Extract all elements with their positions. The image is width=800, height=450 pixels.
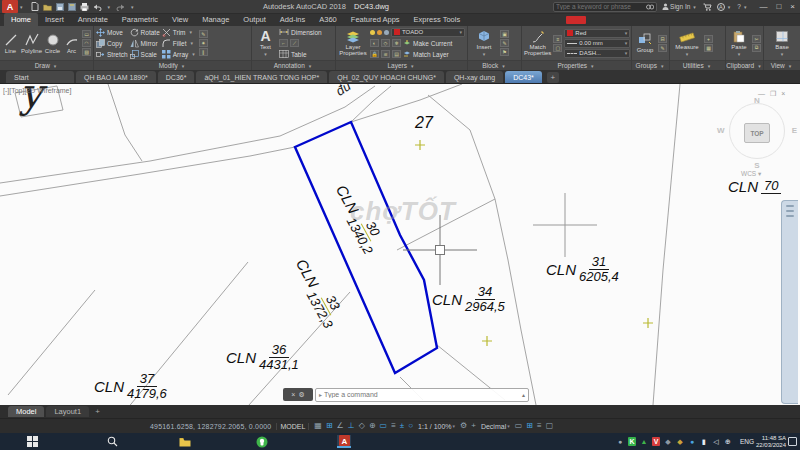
rectangle-tool-icon[interactable]: ▭ bbox=[82, 30, 91, 38]
properties-panel-label[interactable]: Properties▾ bbox=[522, 60, 631, 70]
tray-app-green-icon[interactable]: ▲ bbox=[640, 437, 648, 446]
command-input-field[interactable]: ▸ ▴ bbox=[315, 388, 529, 402]
layer-properties-button[interactable]: Layer Properties bbox=[338, 30, 368, 56]
polar-tracking-icon[interactable]: ◇ bbox=[359, 422, 365, 430]
layer-walk-icon[interactable]: ≋ bbox=[381, 50, 390, 58]
color-combo[interactable]: Red ▾ bbox=[564, 29, 630, 38]
annotation-scale-button[interactable]: 1:1 / 100%▾ bbox=[418, 423, 455, 430]
vp-minimize-icon[interactable]: — bbox=[758, 90, 765, 98]
app-menu-button[interactable]: A bbox=[2, 0, 18, 13]
fillet-button[interactable]: Fillet▾ bbox=[162, 38, 197, 48]
object-snap-icon[interactable]: ▭ bbox=[380, 422, 388, 430]
isolate-objects-icon[interactable]: ≡ bbox=[537, 422, 542, 430]
layer-combo[interactable]: TOADO ▾ bbox=[391, 28, 465, 37]
transparency-icon[interactable]: ± bbox=[400, 422, 404, 430]
table-button[interactable]: Table bbox=[279, 49, 322, 59]
trim-button[interactable]: Trim▾ bbox=[162, 27, 197, 37]
tray-app-gray-icon[interactable]: ● bbox=[616, 437, 624, 446]
cut-icon[interactable]: ✂ bbox=[752, 35, 761, 43]
ungroup-icon[interactable]: ⊟ bbox=[658, 35, 667, 43]
leader-tool-icon[interactable]: ⌐ bbox=[279, 39, 288, 47]
tray-shield-icon[interactable]: ◆ bbox=[676, 437, 684, 446]
isometric-drafting-icon[interactable]: ⊕ bbox=[369, 422, 376, 430]
draw-panel-label[interactable]: Draw▾ bbox=[0, 60, 93, 70]
autodesk-a360-button[interactable]: A▾ bbox=[717, 3, 733, 11]
restore-button[interactable]: □ bbox=[776, 2, 781, 11]
model-tab[interactable]: Model bbox=[8, 406, 44, 417]
search-binoculars-icon[interactable] bbox=[646, 4, 654, 10]
layers-panel-label[interactable]: Layers▾ bbox=[336, 60, 467, 70]
open-file-icon[interactable] bbox=[43, 3, 52, 11]
match-properties-button[interactable]: Match Properties bbox=[524, 30, 551, 56]
command-line-window[interactable]: × ⚙ ▸ ▴ bbox=[283, 387, 529, 402]
ribbon-tab-add-ins[interactable]: Add-ins bbox=[273, 13, 312, 26]
mirror-button[interactable]: Mirror bbox=[130, 38, 160, 48]
redo-icon[interactable] bbox=[116, 3, 125, 11]
ribbon-tab-view[interactable]: View bbox=[165, 13, 195, 26]
collapsed-palette-bar[interactable] bbox=[781, 200, 798, 404]
layer-off-icon[interactable]: ◐ bbox=[370, 39, 379, 47]
offset-tool-icon[interactable]: ∥ bbox=[199, 48, 208, 56]
command-input[interactable] bbox=[324, 391, 520, 398]
utilities-panel-label[interactable]: Utilities▾ bbox=[670, 60, 725, 70]
file-tab-qh-xay-dung[interactable]: QH-xay dung bbox=[446, 71, 503, 83]
quick-properties-icon[interactable]: ⊞ bbox=[526, 422, 533, 430]
minimize-button[interactable]: — bbox=[759, 2, 767, 11]
ribbon-tab-featured-apps[interactable]: Featured Apps bbox=[344, 13, 407, 26]
volume-icon-icon[interactable]: ◁ bbox=[712, 437, 720, 446]
groups-panel-label[interactable]: Groups▾ bbox=[632, 60, 669, 70]
id-point-icon[interactable]: + bbox=[704, 35, 713, 43]
explode-tool-icon[interactable]: ✷ bbox=[199, 39, 208, 47]
view-panel-label[interactable]: View▾ bbox=[764, 60, 800, 70]
paste-button[interactable]: Paste ▾ bbox=[728, 30, 750, 57]
file-explorer-icon[interactable] bbox=[178, 435, 192, 448]
copy-clip-icon[interactable]: ⧉ bbox=[752, 44, 761, 52]
qat-customize-icon[interactable]: ▾ bbox=[131, 4, 134, 10]
vp-close-icon[interactable]: × bbox=[781, 90, 785, 98]
dimension-button[interactable]: Dimension bbox=[279, 27, 322, 37]
make-current-button[interactable]: Make Current bbox=[403, 38, 452, 48]
new-drawing-tab-button[interactable]: + bbox=[547, 72, 559, 83]
copy-button[interactable]: Copy bbox=[96, 38, 128, 48]
layer-freeze-sun-icon[interactable] bbox=[377, 30, 382, 35]
action-center-icon[interactable] bbox=[788, 437, 797, 446]
windows-start-icon[interactable] bbox=[25, 435, 39, 448]
layer-lock-icon[interactable] bbox=[384, 30, 389, 35]
ribbon-tab-parametric[interactable]: Parametric bbox=[115, 13, 165, 26]
units-button[interactable]: Decimal▾ bbox=[481, 423, 510, 430]
clean-screen-icon[interactable]: ▢ bbox=[546, 422, 554, 430]
dim-style-icon[interactable]: ⟋ bbox=[290, 39, 299, 47]
erase-tool-icon[interactable]: ✎ bbox=[199, 30, 208, 38]
tray-app-dark-icon[interactable]: ◆ bbox=[664, 437, 672, 446]
plotstyle-mini-icon[interactable]: ▢ bbox=[553, 44, 562, 52]
edit-block-icon[interactable]: ✎ bbox=[500, 39, 509, 47]
layer-freeze-icon[interactable]: ❄ bbox=[392, 39, 401, 47]
match-layer-button[interactable]: Match Layer bbox=[403, 49, 449, 59]
battery-icon-icon[interactable]: ▮ bbox=[700, 437, 708, 446]
grid-display-icon[interactable]: ▦ bbox=[314, 422, 322, 430]
customization-gear-icon[interactable]: ⚙ bbox=[460, 422, 467, 430]
taskbar-search-icon[interactable] bbox=[105, 435, 119, 448]
coccoc-browser-icon[interactable] bbox=[255, 435, 269, 448]
annotation-panel-label[interactable]: Annotation▾ bbox=[252, 60, 335, 70]
measure-button[interactable]: Measure ▾ bbox=[672, 30, 702, 57]
undo-icon[interactable] bbox=[93, 3, 102, 11]
layer-states-icon[interactable]: ▤ bbox=[392, 50, 401, 58]
save-icon[interactable] bbox=[56, 3, 64, 11]
file-tab-dc36[interactable]: DC36* bbox=[158, 71, 195, 83]
quick-calc-icon[interactable]: ▦ bbox=[704, 44, 713, 52]
autocad-taskbar-icon[interactable]: A bbox=[337, 435, 351, 448]
sign-in-button[interactable]: Sign In ▾ bbox=[662, 3, 698, 10]
snap-mode-icon[interactable]: ⊞ bbox=[326, 422, 333, 430]
viewcube-top-face[interactable]: TOP bbox=[744, 123, 770, 143]
command-tools-icon[interactable]: ⚙ bbox=[298, 391, 304, 399]
new-file-icon[interactable] bbox=[31, 2, 39, 11]
base-button[interactable]: Base ▾ bbox=[769, 30, 795, 57]
file-tab-qh-02-quy-hoach-chung[interactable]: QH_02_QUY HOACH CHUNG* bbox=[329, 71, 444, 83]
command-close-icon[interactable]: × bbox=[291, 391, 295, 398]
layer-on-bulb-icon[interactable] bbox=[370, 30, 375, 35]
scale-button[interactable]: Scale bbox=[130, 49, 160, 59]
drawing-viewport[interactable]: [-][Top][2D Wireframe] y đu chợTỐT 27 CL… bbox=[0, 84, 800, 405]
block-panel-label[interactable]: Block▾ bbox=[468, 60, 521, 70]
ribbon-tab-manage[interactable]: Manage bbox=[195, 13, 236, 26]
